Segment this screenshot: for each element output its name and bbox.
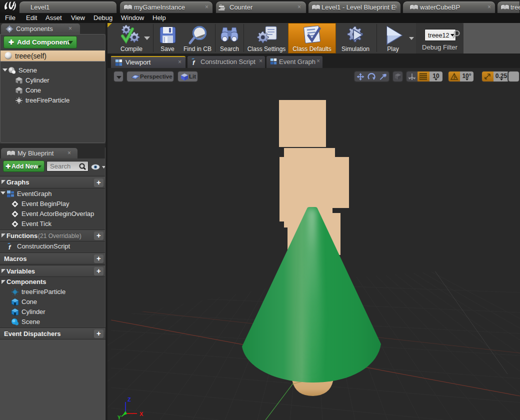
- svg-text:Z: Z: [128, 396, 131, 402]
- svg-text:Y: Y: [118, 415, 121, 420]
- svg-text:X: X: [140, 411, 144, 417]
